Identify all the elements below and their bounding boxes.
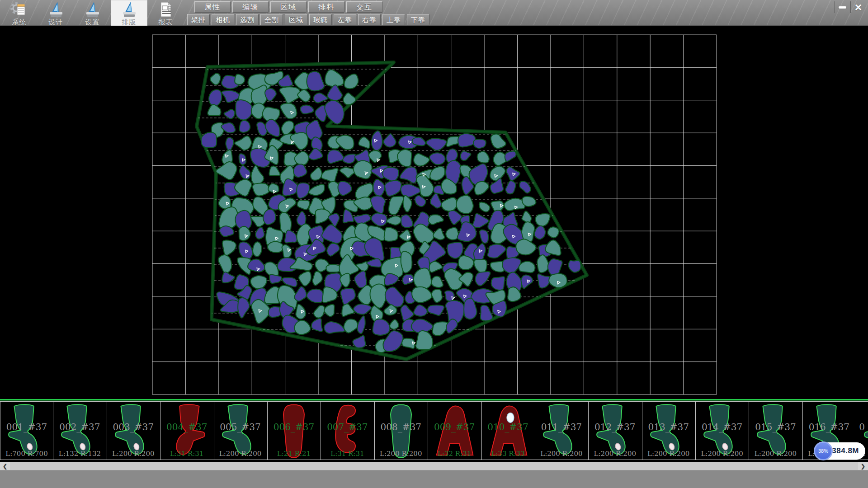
part-label: 003_#37: [107, 422, 160, 432]
close-button[interactable]: ✕: [850, 1, 866, 13]
part-label: 012_#37: [589, 422, 641, 432]
part-label: 015_#37: [749, 422, 802, 432]
action-button-下靠[interactable]: 下靠: [407, 14, 429, 25]
progress-badge: 384.8M 38%: [814, 441, 865, 460]
action-button-瑕疵[interactable]: 瑕疵: [309, 14, 332, 25]
scroll-right-arrow-icon[interactable]: ❯: [858, 462, 868, 470]
part-label: 006_#37: [268, 422, 320, 432]
nesting-svg: [0, 26, 868, 398]
gear-doc-icon: [9, 1, 29, 18]
action-button-左靠[interactable]: 左靠: [334, 14, 356, 25]
application-window: 系统设计设置排版报表 属性编辑区域排料交互 聚排相机选割全割区域瑕疵左靠右靠上靠…: [0, 0, 868, 488]
part-thumbnail-001_#37[interactable]: 001_#37L:700 R:700: [0, 401, 53, 460]
part-thumbnail-004_#37[interactable]: 004_#37L:31 R:31: [160, 401, 214, 460]
part-lr-count: L:200 R:200: [214, 450, 267, 458]
parts-cells: 001_#37L:700 R:700002_#37L:132 R:132003_…: [0, 401, 868, 460]
app-button-排版[interactable]: 排版: [111, 0, 147, 26]
part-label: 008_#37: [375, 422, 427, 432]
menu-tab-编辑[interactable]: 编辑: [232, 1, 269, 13]
action-button-聚排[interactable]: 聚排: [187, 14, 210, 25]
action-button-相机[interactable]: 相机: [212, 14, 234, 25]
part-lr-count: L:200 R:200: [375, 450, 427, 458]
menu-tab-属性[interactable]: 属性: [194, 1, 231, 13]
memory-value: 384.8M: [832, 446, 859, 455]
part-label: 004_#37: [160, 422, 213, 432]
minimize-icon: [839, 6, 846, 9]
horizontal-scrollbar[interactable]: ❮ ❯: [0, 462, 868, 470]
action-button-全割[interactable]: 全割: [260, 14, 283, 25]
part-thumbnail-009_#37[interactable]: 009_#37L:32 R:31: [428, 401, 481, 460]
app-button-报表[interactable]: 报表: [147, 0, 184, 26]
status-bar: [0, 470, 868, 488]
part-lr-count: L:200 R:200: [696, 450, 748, 458]
part-lr-count: L:700 R:700: [0, 450, 53, 458]
menu-tab-row: 属性编辑区域排料交互: [194, 1, 384, 13]
part-lr-count: L:200 R:200: [749, 450, 802, 458]
part-label: 009_#37: [428, 422, 481, 432]
part-label: 013_#37: [642, 422, 695, 432]
part-label: 010_#37: [482, 422, 534, 432]
app-button-设置[interactable]: 设置: [74, 0, 111, 26]
action-button-上靠[interactable]: 上靠: [382, 14, 405, 25]
part-lr-count: L:31 R:31: [321, 450, 373, 458]
parts-strip: 001_#37L:700 R:700002_#37L:132 R:132003_…: [0, 398, 868, 461]
part-label: 011_#37: [535, 422, 588, 432]
action-button-右靠[interactable]: 右靠: [358, 14, 381, 25]
part-thumbnail-012_#37[interactable]: 012_#37L:200 R:200: [589, 401, 642, 460]
part-lr-count: L:21 R:21: [268, 450, 320, 458]
part-lr-count: L:200 R:200: [107, 450, 160, 458]
part-label: 016_#37: [803, 422, 855, 432]
ruler-icon: [83, 1, 103, 18]
app-mode-toolbar: 系统设计设置排版报表: [1, 0, 184, 26]
part-lr-count: L:200 R:200: [535, 450, 588, 458]
part-thumbnail-007_#37[interactable]: 007_#37L:31 R:31: [321, 401, 374, 460]
title-bar: 系统设计设置排版报表 属性编辑区域排料交互 聚排相机选割全割区域瑕疵左靠右靠上靠…: [0, 0, 868, 26]
part-thumbnail-014_#37[interactable]: 014_#37L:200 R:200: [696, 401, 749, 460]
window-controls: ✕: [835, 1, 866, 13]
part-lr-count: L:200 R:200: [642, 450, 695, 458]
part-thumbnail-008_#37[interactable]: 008_#37L:200 R:200: [375, 401, 428, 460]
app-button-设计[interactable]: 设计: [38, 0, 74, 26]
part-label: 002_#37: [53, 422, 106, 432]
part-thumbnail-005_#37[interactable]: 005_#37L:200 R:200: [214, 401, 268, 460]
part-thumbnail-013_#37[interactable]: 013_#37L:200 R:200: [642, 401, 696, 460]
part-lr-count: L:32 R:31: [428, 450, 481, 458]
part-label: 0: [856, 422, 868, 432]
menu-tab-区域[interactable]: 区域: [270, 1, 307, 13]
action-button-row: 聚排相机选割全割区域瑕疵左靠右靠上靠下靠: [187, 14, 431, 25]
part-thumbnail-010_#37[interactable]: 010_#37L:33 R:33: [482, 401, 535, 460]
part-label: 007_#37: [321, 422, 373, 432]
part-thumbnail-003_#37[interactable]: 003_#37L:200 R:200: [107, 401, 160, 460]
part-lr-count: L:33 R:33: [482, 450, 534, 458]
part-lr-count: L:31 R:31: [160, 450, 213, 458]
menu-tab-排料[interactable]: 排料: [308, 1, 344, 13]
strip-accent-line: [0, 399, 868, 400]
part-thumbnail-002_#37[interactable]: 002_#37L:132 R:132: [53, 401, 107, 460]
minimize-button[interactable]: [835, 1, 850, 13]
app-button-系统[interactable]: 系统: [1, 0, 38, 26]
ruler-icon: [46, 1, 66, 18]
part-thumbnail-006_#37[interactable]: 006_#37L:21 R:21: [268, 401, 321, 460]
report-icon: [156, 1, 176, 18]
close-icon: ✕: [854, 3, 863, 12]
ruler-icon: [119, 1, 139, 18]
action-button-区域[interactable]: 区域: [285, 14, 307, 25]
progress-value: 38%: [818, 448, 828, 454]
part-lr-count: L:132 R:132: [53, 450, 106, 458]
part-thumbnail-015_#37[interactable]: 015_#37L:200 R:200: [749, 401, 802, 460]
part-label: 014_#37: [696, 422, 748, 432]
action-button-选割[interactable]: 选割: [236, 14, 259, 25]
nesting-canvas[interactable]: [0, 26, 868, 398]
part-label: 005_#37: [214, 422, 267, 432]
part-label: 001_#37: [0, 422, 53, 432]
scroll-left-arrow-icon[interactable]: ❮: [0, 462, 10, 470]
progress-circle: 38%: [814, 441, 833, 460]
part-lr-count: L:200 R:200: [589, 450, 641, 458]
menu-tab-交互[interactable]: 交互: [346, 1, 382, 13]
part-thumbnail-011_#37[interactable]: 011_#37L:200 R:200: [535, 401, 589, 460]
